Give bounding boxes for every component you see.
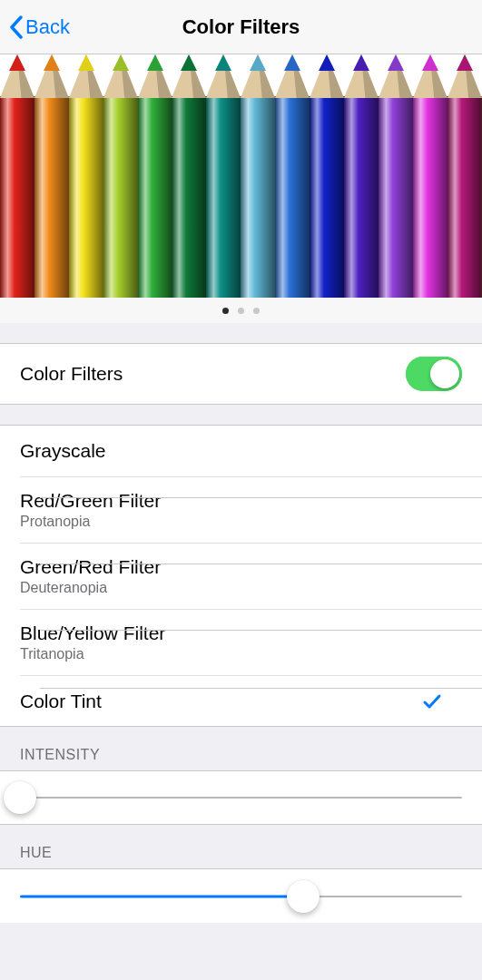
filter-option-label: Green/Red Filter <box>20 556 161 578</box>
filter-option-label: Red/Green Filter <box>20 490 161 512</box>
filters-toggle-group: Color Filters <box>0 343 482 405</box>
slider-thumb[interactable] <box>4 781 36 814</box>
back-button[interactable]: Back <box>9 0 70 54</box>
filter-option-row[interactable]: Grayscale <box>0 426 482 476</box>
pencil <box>172 54 206 298</box>
pencil <box>275 54 310 298</box>
pencil <box>379 54 413 298</box>
pencil <box>413 54 448 298</box>
intensity-slider[interactable] <box>0 770 482 825</box>
color-filters-switch[interactable] <box>406 357 462 391</box>
filter-option-subtitle: Deuteranopia <box>20 580 161 596</box>
pencil <box>448 54 482 298</box>
page-title: Color Filters <box>182 15 300 39</box>
page-dot[interactable] <box>238 308 244 314</box>
pencil <box>0 54 34 298</box>
pencil <box>138 54 172 298</box>
filter-option-row[interactable]: Green/Red FilterDeuteranopia <box>20 543 482 609</box>
checkmark-icon <box>422 691 442 711</box>
chevron-left-icon <box>9 15 24 39</box>
nav-bar: Back Color Filters <box>0 0 482 54</box>
pencil <box>310 54 344 298</box>
intensity-header: INTENSITY <box>0 727 482 770</box>
slider-fill <box>20 895 303 897</box>
filter-options-group: GrayscaleRed/Green FilterProtanopiaGreen… <box>0 425 482 727</box>
filter-option-row[interactable]: Blue/Yellow FilterTritanopia <box>20 609 482 675</box>
pencil <box>34 54 69 298</box>
preview-image[interactable] <box>0 54 482 298</box>
page-indicator[interactable] <box>0 298 482 323</box>
hue-slider[interactable] <box>0 868 482 923</box>
filter-option-row[interactable]: Color Tint <box>20 675 482 726</box>
filter-option-subtitle: Tritanopia <box>20 646 165 662</box>
filter-option-label: Grayscale <box>20 440 106 462</box>
filter-option-label: Color Tint <box>20 691 102 712</box>
color-filters-toggle-row[interactable]: Color Filters <box>0 344 482 404</box>
filter-option-subtitle: Protanopia <box>20 514 161 530</box>
filter-option-row[interactable]: Red/Green FilterProtanopia <box>20 476 482 543</box>
page-dot[interactable] <box>222 308 229 314</box>
pencil <box>103 54 138 298</box>
slider-thumb[interactable] <box>287 880 320 913</box>
pencil <box>206 54 241 298</box>
pencil <box>344 54 379 298</box>
page-dot[interactable] <box>253 308 260 314</box>
filter-option-label: Blue/Yellow Filter <box>20 622 165 644</box>
pencil <box>241 54 275 298</box>
pencil <box>69 54 103 298</box>
hue-header: HUE <box>0 825 482 868</box>
slider-track <box>20 797 462 799</box>
back-label: Back <box>25 15 70 39</box>
color-filters-toggle-label: Color Filters <box>20 363 123 385</box>
switch-knob <box>430 359 459 388</box>
